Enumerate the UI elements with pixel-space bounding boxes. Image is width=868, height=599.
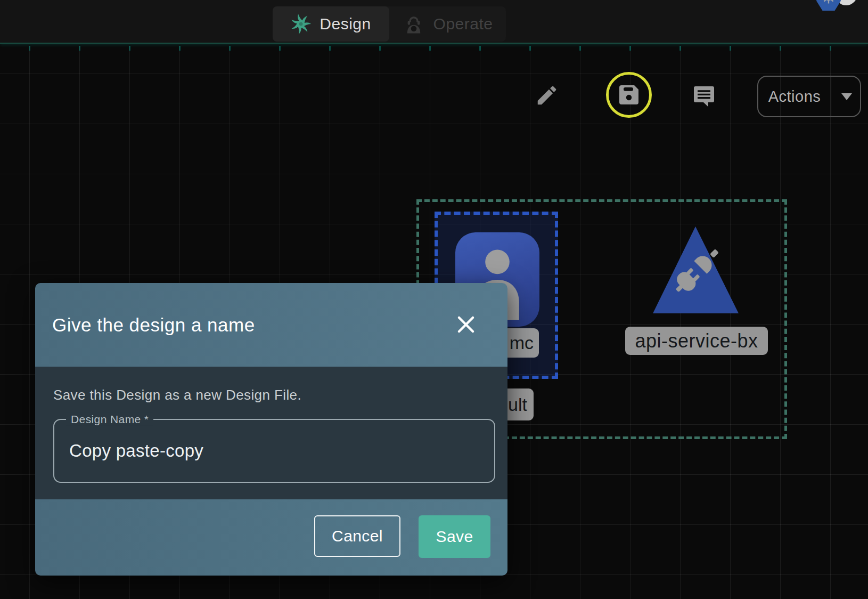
operator-headset-icon xyxy=(403,13,425,35)
dialog-message: Save this Design as a new Design File. xyxy=(53,387,489,403)
save-design-button[interactable] xyxy=(616,82,642,109)
topbar: Design Operate xyxy=(0,0,868,44)
tab-design[interactable]: Design xyxy=(273,6,389,42)
dialog-body: Save this Design as a new Design File. D… xyxy=(35,367,507,499)
comment-icon xyxy=(691,83,717,109)
meshery-logo-icon xyxy=(291,14,311,34)
floppy-disk-icon xyxy=(616,82,642,108)
node-api-service[interactable] xyxy=(648,224,743,318)
cancel-button[interactable]: Cancel xyxy=(314,515,400,557)
tab-operate[interactable]: Operate xyxy=(389,6,506,42)
save-button[interactable]: Save xyxy=(419,515,490,558)
close-icon xyxy=(456,314,476,335)
dialog-title: Give the design a name xyxy=(52,314,255,336)
design-name-label: Design Name * xyxy=(66,413,153,426)
meshery-design-app: mc ult api-service-bx Design xyxy=(0,0,868,599)
chevron-down-icon[interactable] xyxy=(841,93,852,100)
tab-design-label: Design xyxy=(320,15,371,33)
edit-button[interactable] xyxy=(535,83,559,109)
save-design-dialog: Give the design a name Save this Design … xyxy=(35,283,507,576)
close-button[interactable] xyxy=(455,314,477,336)
actions-divider xyxy=(831,76,831,117)
tab-operate-label: Operate xyxy=(433,15,493,33)
kubernetes-wheel-icon xyxy=(818,0,839,6)
dialog-header: Give the design a name xyxy=(35,283,507,367)
design-name-field: Design Name * xyxy=(53,419,495,483)
design-name-input[interactable] xyxy=(54,420,494,482)
actions-button[interactable]: Actions xyxy=(757,76,861,117)
pencil-icon xyxy=(535,83,559,108)
comment-button[interactable] xyxy=(691,83,717,110)
node-label-api-service[interactable]: api-service-bx xyxy=(625,327,768,355)
actions-button-label: Actions xyxy=(758,88,831,106)
dialog-footer: Cancel Save xyxy=(35,499,507,576)
mode-tab-group: Design Operate xyxy=(273,6,506,42)
